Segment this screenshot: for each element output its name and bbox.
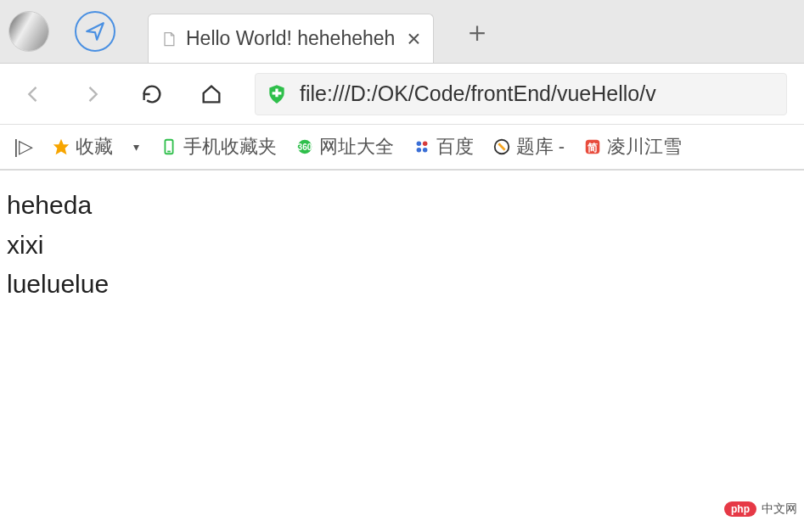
tab-bar: Hello World! heheheheh × ＋ bbox=[0, 0, 804, 64]
tab-title: Hello World! heheheheh bbox=[186, 27, 395, 50]
sidebar-toggle[interactable]: |▷ bbox=[8, 132, 38, 161]
new-tab-button[interactable]: ＋ bbox=[463, 17, 492, 46]
nav-bar: file:///D:/OK/Code/frontEnd/vueHello/v bbox=[0, 64, 804, 125]
content-line-2: xixi bbox=[7, 226, 797, 266]
sites-directory-button[interactable]: 360 网址大全 bbox=[290, 131, 399, 163]
home-icon bbox=[200, 82, 223, 106]
content-line-3: lueluelue bbox=[7, 265, 797, 305]
address-text: file:///D:/OK/Code/frontEnd/vueHello/v bbox=[300, 81, 656, 106]
watermark: php 中文网 bbox=[724, 501, 797, 517]
svg-rect-1 bbox=[273, 92, 282, 94]
bookmarks-bar: |▷ 收藏 ▾ 手机收藏夹 360 网址大全 百度 题库 - 简 凌 bbox=[0, 125, 804, 171]
profile-avatar[interactable] bbox=[8, 11, 49, 52]
favorites-dropdown[interactable]: ▾ bbox=[127, 140, 146, 154]
tiku-dash: - bbox=[559, 136, 565, 158]
content-line-1: heheda bbox=[7, 186, 797, 226]
tab-close-button[interactable]: × bbox=[407, 27, 420, 51]
watermark-badge: php bbox=[724, 501, 756, 517]
browser-tab[interactable]: Hello World! heheheheh × bbox=[148, 14, 434, 63]
favorites-button[interactable]: 收藏 bbox=[47, 131, 118, 163]
svg-point-7 bbox=[416, 142, 421, 147]
star-icon bbox=[52, 137, 70, 156]
svg-point-9 bbox=[416, 148, 421, 153]
favorites-label: 收藏 bbox=[76, 134, 113, 160]
paper-plane-button[interactable] bbox=[75, 11, 115, 52]
mobile-favorites-label: 手机收藏夹 bbox=[183, 134, 277, 160]
reload-button[interactable] bbox=[136, 78, 168, 110]
reload-icon bbox=[140, 82, 164, 106]
directory-icon: 360 bbox=[295, 137, 314, 156]
back-button[interactable] bbox=[17, 78, 49, 110]
page-content: heheda xixi lueluelue bbox=[0, 171, 804, 320]
chevron-left-icon bbox=[21, 82, 45, 106]
lingchuan-icon: 简 bbox=[583, 137, 602, 156]
home-button[interactable] bbox=[195, 78, 228, 110]
tiku-label: 题库 bbox=[516, 134, 554, 160]
page-icon bbox=[160, 31, 177, 48]
tiku-icon bbox=[492, 137, 511, 156]
baidu-label: 百度 bbox=[436, 134, 474, 160]
svg-point-8 bbox=[423, 142, 428, 147]
svg-point-10 bbox=[423, 148, 428, 153]
paper-plane-icon bbox=[84, 20, 106, 42]
avatar-image bbox=[9, 12, 48, 51]
lingchuan-button[interactable]: 简 凌川江雪 bbox=[578, 131, 687, 163]
svg-text:360: 360 bbox=[297, 143, 312, 152]
sites-directory-label: 网址大全 bbox=[319, 134, 394, 160]
forward-button[interactable] bbox=[76, 78, 109, 110]
lingchuan-label: 凌川江雪 bbox=[607, 134, 682, 160]
chevron-right-icon bbox=[81, 82, 104, 106]
baidu-button[interactable]: 百度 bbox=[408, 131, 479, 163]
svg-marker-2 bbox=[53, 139, 69, 154]
mobile-favorites-button[interactable]: 手机收藏夹 bbox=[155, 131, 282, 163]
svg-text:简: 简 bbox=[587, 142, 598, 154]
mobile-icon bbox=[160, 137, 178, 156]
shield-icon bbox=[266, 83, 288, 105]
watermark-text: 中文网 bbox=[762, 501, 797, 517]
tiku-button[interactable]: 题库 - bbox=[487, 131, 570, 163]
baidu-icon bbox=[413, 137, 431, 156]
address-bar[interactable]: file:///D:/OK/Code/frontEnd/vueHello/v bbox=[255, 73, 787, 115]
sidebar-toggle-label: |▷ bbox=[14, 136, 33, 158]
